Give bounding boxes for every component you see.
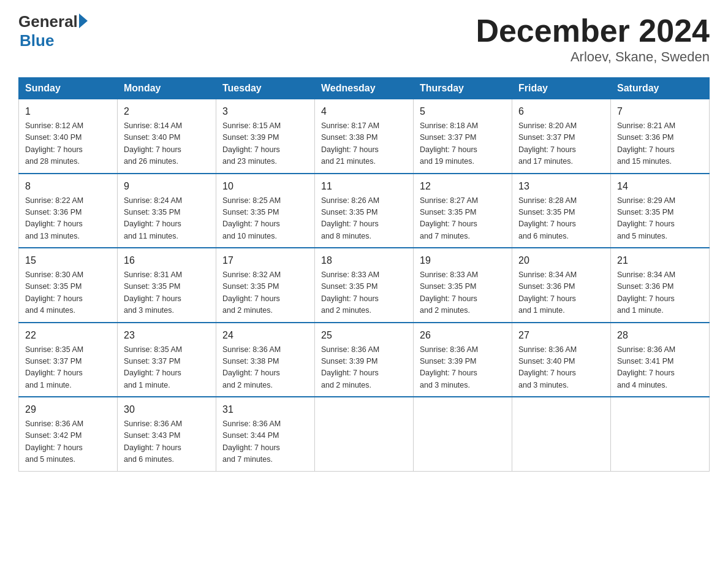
calendar-week-row: 29Sunrise: 8:36 AMSunset: 3:42 PMDayligh… bbox=[19, 397, 710, 471]
table-row: 24Sunrise: 8:36 AMSunset: 3:38 PMDayligh… bbox=[216, 323, 315, 397]
day-info: Sunrise: 8:32 AMSunset: 3:35 PMDaylight:… bbox=[222, 269, 308, 317]
day-info: Sunrise: 8:34 AMSunset: 3:36 PMDaylight:… bbox=[518, 269, 604, 317]
calendar-week-row: 22Sunrise: 8:35 AMSunset: 3:37 PMDayligh… bbox=[19, 323, 710, 397]
day-info: Sunrise: 8:36 AMSunset: 3:43 PMDaylight:… bbox=[124, 418, 210, 466]
day-info: Sunrise: 8:24 AMSunset: 3:35 PMDaylight:… bbox=[124, 195, 210, 243]
day-number: 30 bbox=[124, 402, 210, 417]
day-info: Sunrise: 8:12 AMSunset: 3:40 PMDaylight:… bbox=[25, 120, 111, 168]
table-row: 17Sunrise: 8:32 AMSunset: 3:35 PMDayligh… bbox=[216, 248, 315, 323]
table-row: 4Sunrise: 8:17 AMSunset: 3:38 PMDaylight… bbox=[315, 99, 414, 174]
day-number: 24 bbox=[222, 328, 308, 343]
day-number: 12 bbox=[420, 179, 506, 194]
day-number: 4 bbox=[321, 104, 407, 119]
logo-arrow-icon bbox=[79, 13, 88, 28]
day-info: Sunrise: 8:36 AMSunset: 3:39 PMDaylight:… bbox=[321, 344, 407, 392]
day-number: 8 bbox=[25, 179, 111, 194]
day-number: 22 bbox=[25, 328, 111, 343]
table-row: 6Sunrise: 8:20 AMSunset: 3:37 PMDaylight… bbox=[512, 99, 611, 174]
day-info: Sunrise: 8:28 AMSunset: 3:35 PMDaylight:… bbox=[518, 195, 604, 243]
table-row: 15Sunrise: 8:30 AMSunset: 3:35 PMDayligh… bbox=[19, 248, 118, 323]
table-row: 2Sunrise: 8:14 AMSunset: 3:40 PMDaylight… bbox=[118, 99, 216, 174]
day-number: 7 bbox=[617, 104, 703, 119]
day-info: Sunrise: 8:29 AMSunset: 3:35 PMDaylight:… bbox=[617, 195, 703, 243]
day-number: 6 bbox=[518, 104, 604, 119]
day-number: 16 bbox=[124, 253, 210, 268]
table-row: 22Sunrise: 8:35 AMSunset: 3:37 PMDayligh… bbox=[19, 323, 118, 397]
table-row: 21Sunrise: 8:34 AMSunset: 3:36 PMDayligh… bbox=[611, 248, 710, 323]
table-row bbox=[315, 397, 414, 471]
calendar-header-saturday: Saturday bbox=[611, 78, 710, 99]
day-number: 10 bbox=[222, 179, 308, 194]
day-info: Sunrise: 8:26 AMSunset: 3:35 PMDaylight:… bbox=[321, 195, 407, 243]
day-info: Sunrise: 8:18 AMSunset: 3:37 PMDaylight:… bbox=[420, 120, 506, 168]
day-info: Sunrise: 8:35 AMSunset: 3:37 PMDaylight:… bbox=[124, 344, 210, 392]
day-info: Sunrise: 8:36 AMSunset: 3:38 PMDaylight:… bbox=[222, 344, 308, 392]
table-row: 7Sunrise: 8:21 AMSunset: 3:36 PMDaylight… bbox=[611, 99, 710, 174]
day-info: Sunrise: 8:36 AMSunset: 3:40 PMDaylight:… bbox=[518, 344, 604, 392]
day-number: 21 bbox=[617, 253, 703, 268]
day-number: 1 bbox=[25, 104, 111, 119]
day-info: Sunrise: 8:25 AMSunset: 3:35 PMDaylight:… bbox=[222, 195, 308, 243]
day-number: 9 bbox=[124, 179, 210, 194]
logo-general-text: General bbox=[18, 12, 78, 31]
day-info: Sunrise: 8:31 AMSunset: 3:35 PMDaylight:… bbox=[124, 269, 210, 317]
table-row: 20Sunrise: 8:34 AMSunset: 3:36 PMDayligh… bbox=[512, 248, 611, 323]
table-row: 28Sunrise: 8:36 AMSunset: 3:41 PMDayligh… bbox=[611, 323, 710, 397]
table-row: 16Sunrise: 8:31 AMSunset: 3:35 PMDayligh… bbox=[118, 248, 216, 323]
table-row bbox=[512, 397, 611, 471]
day-number: 18 bbox=[321, 253, 407, 268]
day-info: Sunrise: 8:17 AMSunset: 3:38 PMDaylight:… bbox=[321, 120, 407, 168]
day-info: Sunrise: 8:27 AMSunset: 3:35 PMDaylight:… bbox=[420, 195, 506, 243]
day-info: Sunrise: 8:33 AMSunset: 3:35 PMDaylight:… bbox=[321, 269, 407, 317]
calendar-header-monday: Monday bbox=[118, 78, 216, 99]
day-number: 31 bbox=[222, 402, 308, 417]
calendar-header-row: SundayMondayTuesdayWednesdayThursdayFrid… bbox=[19, 78, 710, 99]
day-number: 29 bbox=[25, 402, 111, 417]
day-info: Sunrise: 8:30 AMSunset: 3:35 PMDaylight:… bbox=[25, 269, 111, 317]
table-row: 10Sunrise: 8:25 AMSunset: 3:35 PMDayligh… bbox=[216, 174, 315, 248]
table-row: 5Sunrise: 8:18 AMSunset: 3:37 PMDaylight… bbox=[414, 99, 512, 174]
calendar-header-friday: Friday bbox=[512, 78, 611, 99]
day-info: Sunrise: 8:35 AMSunset: 3:37 PMDaylight:… bbox=[25, 344, 111, 392]
table-row: 14Sunrise: 8:29 AMSunset: 3:35 PMDayligh… bbox=[611, 174, 710, 248]
table-row: 3Sunrise: 8:15 AMSunset: 3:39 PMDaylight… bbox=[216, 99, 315, 174]
day-number: 23 bbox=[124, 328, 210, 343]
day-info: Sunrise: 8:20 AMSunset: 3:37 PMDaylight:… bbox=[518, 120, 604, 168]
calendar-week-row: 15Sunrise: 8:30 AMSunset: 3:35 PMDayligh… bbox=[19, 248, 710, 323]
calendar-table: SundayMondayTuesdayWednesdayThursdayFrid… bbox=[18, 77, 710, 472]
day-info: Sunrise: 8:14 AMSunset: 3:40 PMDaylight:… bbox=[124, 120, 210, 168]
day-info: Sunrise: 8:36 AMSunset: 3:39 PMDaylight:… bbox=[420, 344, 506, 392]
page-subtitle: Arloev, Skane, Sweden bbox=[476, 49, 710, 65]
table-row: 1Sunrise: 8:12 AMSunset: 3:40 PMDaylight… bbox=[19, 99, 118, 174]
calendar-header-thursday: Thursday bbox=[414, 78, 512, 99]
table-row: 27Sunrise: 8:36 AMSunset: 3:40 PMDayligh… bbox=[512, 323, 611, 397]
day-number: 25 bbox=[321, 328, 407, 343]
table-row: 12Sunrise: 8:27 AMSunset: 3:35 PMDayligh… bbox=[414, 174, 512, 248]
day-number: 28 bbox=[617, 328, 703, 343]
table-row: 19Sunrise: 8:33 AMSunset: 3:35 PMDayligh… bbox=[414, 248, 512, 323]
table-row: 29Sunrise: 8:36 AMSunset: 3:42 PMDayligh… bbox=[19, 397, 118, 471]
day-info: Sunrise: 8:33 AMSunset: 3:35 PMDaylight:… bbox=[420, 269, 506, 317]
calendar-header-sunday: Sunday bbox=[19, 78, 118, 99]
calendar-header-tuesday: Tuesday bbox=[216, 78, 315, 99]
day-number: 15 bbox=[25, 253, 111, 268]
table-row: 11Sunrise: 8:26 AMSunset: 3:35 PMDayligh… bbox=[315, 174, 414, 248]
table-row: 30Sunrise: 8:36 AMSunset: 3:43 PMDayligh… bbox=[118, 397, 216, 471]
day-info: Sunrise: 8:34 AMSunset: 3:36 PMDaylight:… bbox=[617, 269, 703, 317]
day-number: 3 bbox=[222, 104, 308, 119]
day-number: 11 bbox=[321, 179, 407, 194]
table-row: 25Sunrise: 8:36 AMSunset: 3:39 PMDayligh… bbox=[315, 323, 414, 397]
page-header: General Blue December 2024 Arloev, Skane… bbox=[18, 12, 710, 65]
day-info: Sunrise: 8:22 AMSunset: 3:36 PMDaylight:… bbox=[25, 195, 111, 243]
day-number: 27 bbox=[518, 328, 604, 343]
day-info: Sunrise: 8:36 AMSunset: 3:44 PMDaylight:… bbox=[222, 418, 308, 466]
day-info: Sunrise: 8:21 AMSunset: 3:36 PMDaylight:… bbox=[617, 120, 703, 168]
table-row: 26Sunrise: 8:36 AMSunset: 3:39 PMDayligh… bbox=[414, 323, 512, 397]
logo-blue-text: Blue bbox=[20, 31, 88, 50]
table-row bbox=[414, 397, 512, 471]
day-number: 14 bbox=[617, 179, 703, 194]
day-number: 20 bbox=[518, 253, 604, 268]
table-row: 31Sunrise: 8:36 AMSunset: 3:44 PMDayligh… bbox=[216, 397, 315, 471]
day-info: Sunrise: 8:15 AMSunset: 3:39 PMDaylight:… bbox=[222, 120, 308, 168]
title-block: December 2024 Arloev, Skane, Sweden bbox=[476, 12, 710, 65]
